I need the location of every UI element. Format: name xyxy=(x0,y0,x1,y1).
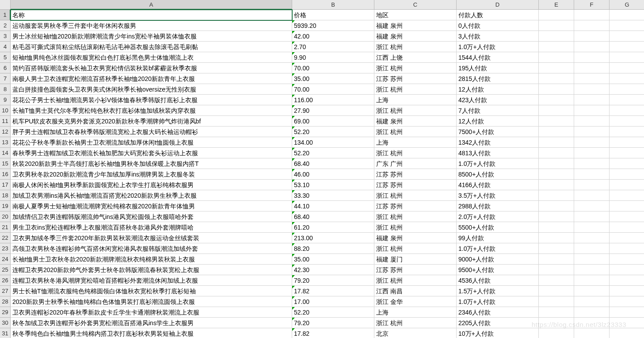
cell[interactable]: 9500+人付款 xyxy=(457,265,539,275)
cell[interactable]: 福建 厦门 xyxy=(374,254,457,265)
cell[interactable] xyxy=(539,243,574,254)
cell[interactable]: 连帽卫衣男秋冬港风潮牌宽松嘻哈百搭帽衫外套潮流休闲加绒上衣服 xyxy=(11,275,292,286)
cell[interactable] xyxy=(574,275,610,286)
column-header-g[interactable]: G xyxy=(610,0,644,10)
cell[interactable]: 地区 xyxy=(374,10,457,20)
cell[interactable]: 江苏 苏州 xyxy=(374,265,457,275)
cell[interactable]: 浙江 杭州 xyxy=(374,275,457,286)
cell[interactable]: 付款人数 xyxy=(457,10,539,20)
cell[interactable] xyxy=(610,233,644,243)
cell[interactable] xyxy=(539,328,574,338)
row-header[interactable]: 12 xyxy=(0,127,11,137)
cell[interactable] xyxy=(610,116,644,127)
cell[interactable]: 卫衣男秋冬款2020新款潮流青少年加绒加厚ins潮牌男装上衣服冬装 xyxy=(11,169,292,180)
cell[interactable]: 35.00 xyxy=(292,73,374,84)
cell[interactable]: 男生卫衣ins宽松连帽秋季上衣服潮流百搭秋冬款港风外套潮牌嘻哈 xyxy=(11,222,292,233)
cell[interactable]: 33.30 xyxy=(292,190,374,201)
cell[interactable]: 61.20 xyxy=(292,222,374,233)
row-header[interactable]: 16 xyxy=(0,169,11,180)
cell[interactable] xyxy=(574,265,610,275)
cell[interactable]: 卫衣男连帽衫2020年春秋季新款皮卡丘学生卡通潮牌秋装潮流上衣服 xyxy=(11,307,292,318)
cell[interactable]: 福建 泉州 xyxy=(374,20,457,31)
cell[interactable]: 1.0万+人付款 xyxy=(457,296,539,307)
cell[interactable]: 浙江 杭州 xyxy=(374,42,457,52)
column-header-e[interactable]: E xyxy=(539,0,574,10)
cell[interactable]: 9.90 xyxy=(292,52,374,63)
cell[interactable]: 0人付款 xyxy=(457,20,539,31)
cell[interactable] xyxy=(574,148,610,158)
column-header-d[interactable]: D xyxy=(457,0,539,10)
cell[interactable]: 浙江 杭州 xyxy=(374,243,457,254)
cell[interactable] xyxy=(610,190,644,201)
cell[interactable]: 运动服套装男秋冬季三件套中老年休闲衣服男 xyxy=(11,20,292,31)
cell[interactable] xyxy=(539,275,574,286)
cell[interactable] xyxy=(574,137,610,148)
cell[interactable] xyxy=(610,275,644,286)
cell[interactable] xyxy=(610,286,644,296)
cell[interactable] xyxy=(539,73,574,84)
cell[interactable]: 2.70 xyxy=(292,42,374,52)
cell[interactable]: 9000+人付款 xyxy=(457,254,539,265)
row-header[interactable]: 1 xyxy=(0,10,11,20)
row-header[interactable]: 31 xyxy=(0,328,11,338)
cell[interactable]: 99人付款 xyxy=(457,233,539,243)
cell[interactable] xyxy=(610,254,644,265)
cell[interactable]: 长袖T恤男士莫代尔冬季宽松纯色秋衣打底衫体恤加绒秋装内穿衣服 xyxy=(11,105,292,116)
cell[interactable]: 7500+人付款 xyxy=(457,127,539,137)
cell[interactable]: 秋冬季纯色白长袖t恤男士纯棉内搭卫衣打底衫秋衣男装短袖上衣服 xyxy=(11,328,292,338)
row-header[interactable]: 7 xyxy=(0,73,11,84)
cell[interactable]: 机车PU软皮衣服夹克男外套派克2020新款秋冬季潮牌帅气炸街港风bf xyxy=(11,116,292,127)
cell[interactable]: 粘毛器可撕式滚筒粘尘纸毡滚刷粘毛沾毛神器衣服去除滚毛器毛刷黏 xyxy=(11,42,292,52)
cell[interactable] xyxy=(539,307,574,318)
cell[interactable]: 南极人男士卫衣连帽宽松潮流百搭秋季长袖t恤2020新款青年上衣服 xyxy=(11,73,292,84)
cell[interactable]: 3人付款 xyxy=(457,31,539,42)
cell[interactable] xyxy=(574,254,610,265)
cell[interactable]: 花花公子秋冬季新款长袖男士卫衣潮流加绒加厚休闲t恤圆领上衣服 xyxy=(11,137,292,148)
cell[interactable]: 2346人付款 xyxy=(457,307,539,318)
cell[interactable] xyxy=(574,105,610,116)
cell[interactable] xyxy=(574,158,610,169)
cell[interactable]: 69.00 xyxy=(292,116,374,127)
cell[interactable]: 2815人付款 xyxy=(457,73,539,84)
row-header[interactable]: 28 xyxy=(0,296,11,307)
row-header[interactable]: 2 xyxy=(0,20,11,31)
cell[interactable]: 江西 上饶 xyxy=(374,52,457,63)
cell[interactable] xyxy=(539,318,574,328)
cell[interactable] xyxy=(539,52,574,63)
column-header-b[interactable]: B xyxy=(292,0,374,10)
cell[interactable]: 116.00 xyxy=(292,95,374,105)
cell[interactable] xyxy=(539,158,574,169)
cell[interactable] xyxy=(610,296,644,307)
cell[interactable]: 福建 泉州 xyxy=(374,116,457,127)
cell[interactable]: 52.20 xyxy=(292,148,374,158)
cell[interactable] xyxy=(539,201,574,211)
cell[interactable]: 江苏 苏州 xyxy=(374,180,457,190)
cell[interactable]: 名称 xyxy=(11,10,292,20)
cell[interactable] xyxy=(574,328,610,338)
cell[interactable]: 4813人付款 xyxy=(457,148,539,158)
cell[interactable] xyxy=(610,158,644,169)
cell[interactable]: 2205人付款 xyxy=(457,318,539,328)
cell[interactable] xyxy=(574,286,610,296)
cell[interactable]: 52.20 xyxy=(292,127,374,137)
row-header[interactable]: 13 xyxy=(0,137,11,148)
row-header[interactable]: 26 xyxy=(0,275,11,286)
row-header[interactable]: 19 xyxy=(0,201,11,211)
cell[interactable] xyxy=(539,42,574,52)
cell[interactable]: 浙江 杭州 xyxy=(374,105,457,116)
cell[interactable]: 加绒卫衣男潮ins港风长袖t恤潮流百搭宽松2020新款男生秋季上衣服 xyxy=(11,190,292,201)
cell[interactable]: 1544人付款 xyxy=(457,52,539,63)
cell[interactable]: 68.40 xyxy=(292,211,374,222)
cell[interactable]: 423人付款 xyxy=(457,95,539,105)
cell[interactable] xyxy=(539,180,574,190)
cell[interactable]: 江苏 苏州 xyxy=(374,73,457,84)
cell[interactable]: 浙江 金华 xyxy=(374,296,457,307)
cell[interactable] xyxy=(610,265,644,275)
cell[interactable]: 长袖t恤男士卫衣秋冬款2020新款潮牌潮流秋衣纯棉男装秋装上衣服 xyxy=(11,254,292,265)
cell[interactable] xyxy=(610,243,644,254)
cell[interactable] xyxy=(574,307,610,318)
row-header[interactable]: 20 xyxy=(0,211,11,222)
cell[interactable] xyxy=(610,20,644,31)
cell[interactable] xyxy=(539,233,574,243)
column-header-c[interactable]: C xyxy=(374,0,457,10)
